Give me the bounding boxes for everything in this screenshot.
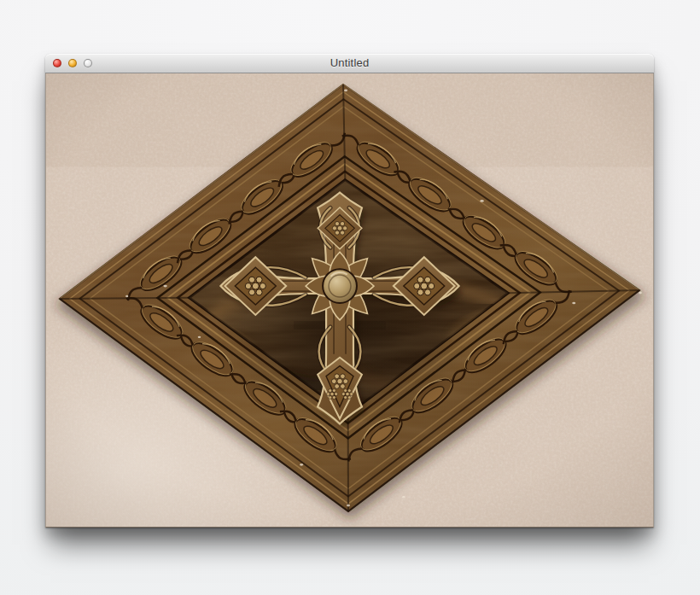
window-title: Untitled xyxy=(45,54,654,73)
window-titlebar[interactable]: Untitled xyxy=(45,54,654,73)
traffic-light-buttons xyxy=(53,54,92,73)
app-window: Untitled xyxy=(45,54,654,528)
photo-carved-cross-plaque xyxy=(46,73,653,527)
minimize-button[interactable] xyxy=(68,59,77,67)
window-content xyxy=(45,73,654,528)
photo-vignette xyxy=(46,73,653,527)
desktop-background: Untitled xyxy=(0,0,700,595)
close-button[interactable] xyxy=(53,59,61,67)
zoom-button[interactable] xyxy=(84,59,92,67)
